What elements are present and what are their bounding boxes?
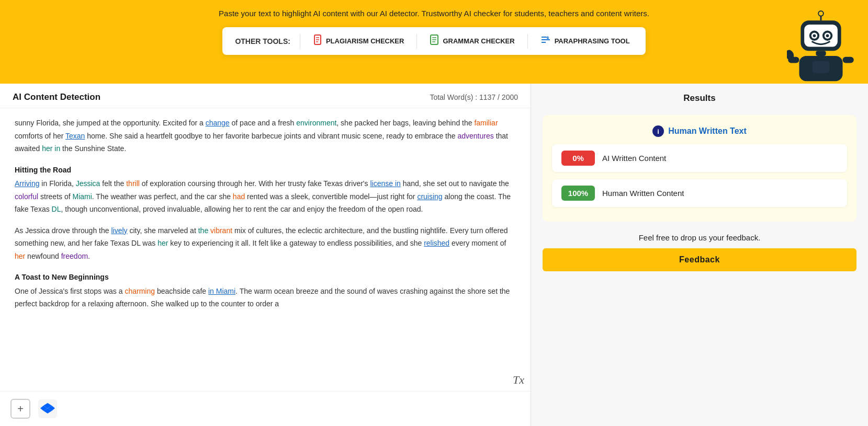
feedback-text: Feel free to drop us your feedback. [639,233,761,242]
paraphrase-icon [540,35,551,47]
toolbar-item-paraphrase[interactable]: PARAPHRASING TOOL [537,34,633,48]
svg-point-21 [818,11,824,16]
toolbar-item-plagiarism[interactable]: PLAGIARISM CHECKER [310,33,408,49]
grammar-icon [430,34,439,48]
toolbar-item-grammar[interactable]: GRAMMAR CHECKER [426,33,517,49]
toolbar-divider2 [416,34,417,49]
plagiarism-icon [313,34,322,48]
svg-rect-13 [804,25,838,47]
ai-written-row: 0% AI Written Content [552,144,847,172]
svg-point-18 [813,34,816,37]
add-button[interactable]: + [10,399,30,419]
panel-title: AI Content Detection [13,92,100,102]
heading-4: A Toast to New Beginnings [15,271,516,284]
info-icon: i [652,125,664,137]
svg-rect-27 [843,57,854,63]
add-icon: + [17,403,24,415]
right-panel: Results i Human Written Text 0% AI Writt… [531,84,868,426]
human-written-header: i Human Written Text [652,125,747,137]
ai-badge: 0% [561,151,595,166]
text-area[interactable]: sunny Florida, she jumped at the opportu… [0,108,531,371]
human-written-label: Human Written Text [668,126,747,136]
paragraph-3: As Jessica drove through the lively city… [15,224,516,263]
svg-rect-22 [816,51,826,56]
results-title: Results [543,93,856,103]
toolbar-divider [300,34,300,49]
paraphrase-label: PARAPHRASING TOOL [555,37,630,45]
heading-2: Hitting the Road [15,164,516,177]
paragraph-4: A Toast to New Beginnings One of Jessica… [15,271,516,310]
left-panel: AI Content Detection Total Word(s) : 113… [0,84,531,426]
paragraph-2: Hitting the Road Arriving in Florida, Je… [15,164,516,216]
feedback-button[interactable]: Feedback [543,248,856,271]
svg-point-19 [826,34,829,37]
dropbox-button[interactable] [38,399,58,419]
paragraph-1: sunny Florida, she jumped at the opportu… [15,117,516,155]
results-box: i Human Written Text 0% AI Written Conte… [543,115,856,222]
robot-illustration [774,0,868,84]
toolbar-label: OTHER TOOLS: [235,37,290,45]
dropbox-icon-svg [38,399,57,418]
plagiarism-label: PLAGIARISM CHECKER [326,37,404,45]
toolbar-divider3 [527,34,528,49]
banner-text: Paste your text to highlight AI content … [10,5,858,20]
main-layout: AI Content Detection Total Word(s) : 113… [0,84,868,426]
feedback-section: Feel free to drop us your feedback. Feed… [543,233,856,271]
para4-text: One of Jessica's first stops was a charm… [15,287,510,308]
human-written-row: 100% Human Written Content [552,179,847,207]
para2-text: Arriving in Florida, Jessica felt the th… [15,179,511,213]
panel-header: AI Content Detection Total Word(s) : 113… [0,84,531,108]
para1-text: sunny Florida, she jumped at the opportu… [15,119,508,153]
human-written-content-label: Human Written Content [602,189,684,198]
format-icon-area[interactable]: Tx [0,371,531,391]
top-banner: Paste your text to highlight AI content … [0,0,868,84]
bottom-bar: + [0,391,531,426]
para3-text: As Jessica drove through the lively city… [15,226,508,260]
word-count: Total Word(s) : 1137 / 2000 [430,93,518,101]
toolbar-wrapper: OTHER TOOLS: PLAGIARISM CHECKER [10,27,858,64]
svg-rect-24 [813,61,830,73]
text-format-icon[interactable]: Tx [513,373,524,387]
human-badge: 100% [561,186,595,201]
grammar-label: GRAMMAR CHECKER [443,37,514,45]
toolbar: OTHER TOOLS: PLAGIARISM CHECKER [222,27,645,55]
ai-written-label: AI Written Content [602,154,666,163]
